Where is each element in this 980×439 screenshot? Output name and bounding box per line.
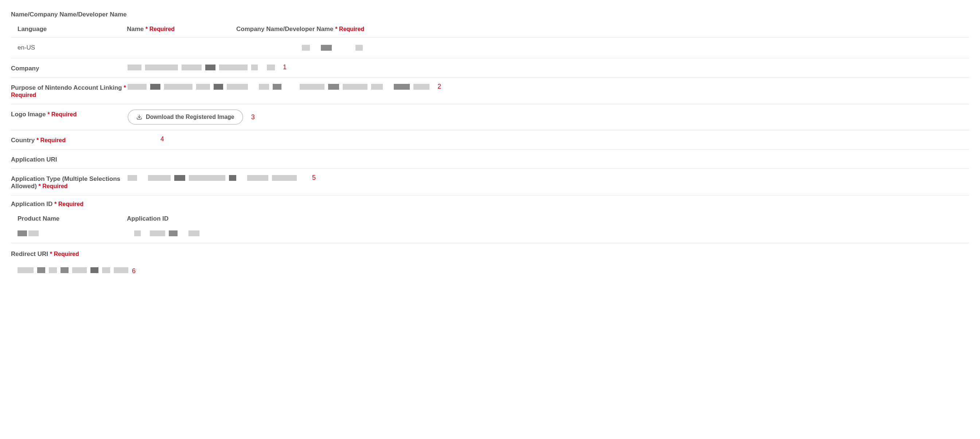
required-badge: * Required [50, 251, 79, 257]
download-registered-image-button[interactable]: Download the Registered Image [127, 110, 243, 125]
annotation-2: 2 [438, 83, 441, 91]
redirect-uri-row: 6 [11, 261, 969, 280]
header-company: Company Name/Developer Name * Required [236, 25, 963, 33]
redacted [343, 84, 368, 90]
annotation-1: 1 [283, 64, 286, 71]
redacted [188, 231, 199, 236]
label-app-uri: Application URI [11, 154, 127, 163]
redacted [251, 65, 258, 70]
redacted [214, 84, 223, 90]
field-row-company: Company 1 [11, 58, 969, 78]
header-company-text: Company Name/Developer Name [236, 25, 333, 32]
name-company-row: en-US [11, 38, 969, 58]
redacted [355, 45, 363, 51]
value-country: 4 [127, 135, 969, 143]
field-row-purpose: Purpose of Nintendo Account Linking * Re… [11, 78, 969, 104]
redacted [267, 65, 275, 70]
redacted [127, 175, 137, 181]
annotation-5: 5 [312, 174, 316, 181]
redacted [169, 231, 178, 236]
redacted [145, 65, 178, 70]
value-logo: Download the Registered Image 3 [127, 110, 969, 125]
label-country: Country * Required [11, 135, 127, 144]
redacted [102, 267, 110, 273]
redacted [49, 267, 57, 273]
redacted [196, 84, 210, 90]
redacted [259, 84, 269, 90]
field-row-logo: Logo Image * Required Download the Regis… [11, 104, 969, 130]
label-company: Company [11, 64, 127, 72]
field-row-app-type: Application Type (Multiple Selections Al… [11, 169, 969, 196]
redacted [91, 267, 99, 273]
redacted [394, 84, 410, 90]
redacted [328, 84, 339, 90]
label-purpose: Purpose of Nintendo Account Linking * Re… [11, 83, 127, 99]
redacted [164, 84, 192, 90]
required-badge: * Required [145, 26, 175, 32]
header-product-name: Product Name [18, 215, 127, 223]
value-app-type: 5 [127, 174, 969, 181]
header-name-text: Name [127, 25, 144, 32]
redacted [150, 84, 161, 90]
redacted [174, 175, 185, 181]
field-row-country: Country * Required 4 [11, 130, 969, 150]
redacted [219, 65, 248, 70]
value-purpose: 2 [127, 83, 969, 91]
redacted [414, 84, 430, 90]
field-row-app-uri: Application URI [11, 150, 969, 169]
annotation-4: 4 [161, 135, 164, 143]
header-application-id: Application ID [127, 215, 963, 223]
required-badge: * Required [335, 26, 364, 32]
cell-language: en-US [18, 44, 127, 51]
redacted [37, 267, 45, 273]
label-app-id-text: Application ID [11, 200, 52, 207]
header-language: Language [18, 25, 127, 33]
redacted [148, 175, 170, 181]
required-badge: * Required [37, 137, 65, 143]
redacted [127, 65, 142, 70]
redacted [60, 267, 68, 273]
redacted [150, 231, 165, 236]
redacted [189, 175, 225, 181]
redacted [72, 267, 87, 273]
value-company: 1 [127, 64, 969, 71]
required-badge: * Required [54, 201, 83, 207]
redacted [18, 267, 33, 273]
download-icon [136, 114, 142, 120]
label-country-text: Country [11, 137, 35, 144]
label-redirect-uri-text: Redirect URI [11, 250, 48, 258]
required-badge: * Required [39, 183, 68, 189]
redacted [321, 45, 332, 51]
annotation-6: 6 [132, 267, 135, 275]
redacted [247, 175, 268, 181]
redacted [127, 84, 146, 90]
redacted [181, 65, 202, 70]
required-badge: * Required [48, 111, 76, 118]
label-app-type: Application Type (Multiple Selections Al… [11, 174, 127, 190]
label-purpose-text: Purpose of Nintendo Account Linking [11, 84, 122, 91]
annotation-3: 3 [251, 113, 255, 121]
redacted [300, 84, 325, 90]
label-logo-text: Logo Image [11, 111, 46, 118]
redacted [302, 45, 310, 51]
cell-product-name [18, 231, 127, 236]
redacted [18, 231, 27, 236]
redacted [227, 84, 248, 90]
redacted [273, 84, 282, 90]
label-redirect-uri: Redirect URI * Required [11, 243, 969, 261]
app-id-table-header: Product Name Application ID [11, 211, 969, 227]
app-id-row [11, 227, 969, 243]
redacted [371, 84, 383, 90]
download-button-label: Download the Registered Image [146, 114, 234, 120]
redacted [205, 65, 215, 70]
label-logo: Logo Image * Required [11, 110, 127, 118]
label-app-id: Application ID * Required [11, 196, 969, 211]
name-company-table-header: Language Name * Required Company Name/De… [11, 21, 969, 38]
section-title-name-company: Name/Company Name/Developer Name [11, 7, 969, 21]
redacted [272, 175, 297, 181]
header-name: Name * Required [127, 25, 236, 33]
redacted [29, 231, 39, 236]
redacted [229, 175, 236, 181]
cell-company [236, 45, 963, 51]
redacted [114, 267, 128, 273]
